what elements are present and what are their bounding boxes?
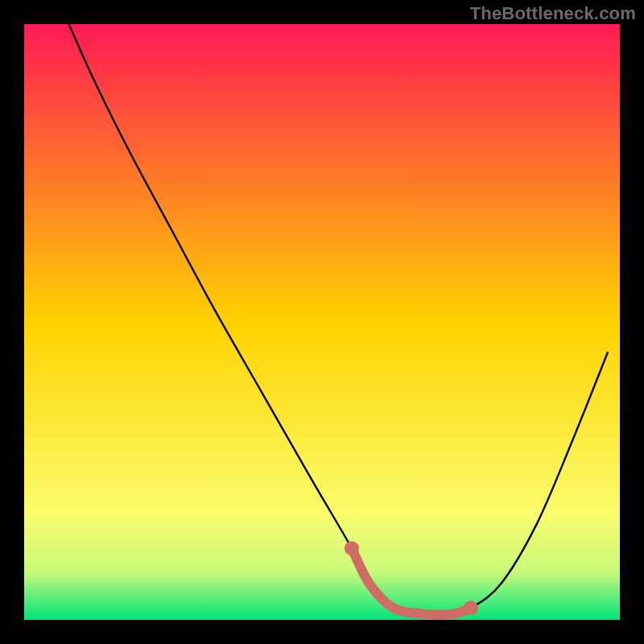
svg-point-0: [345, 541, 359, 555]
attribution-label: TheBottleneck.com: [470, 3, 636, 24]
svg-point-1: [464, 601, 478, 615]
bottleneck-chart: [24, 24, 620, 620]
plot-background: [24, 24, 620, 620]
chart-stage: TheBottleneck.com: [0, 0, 644, 644]
